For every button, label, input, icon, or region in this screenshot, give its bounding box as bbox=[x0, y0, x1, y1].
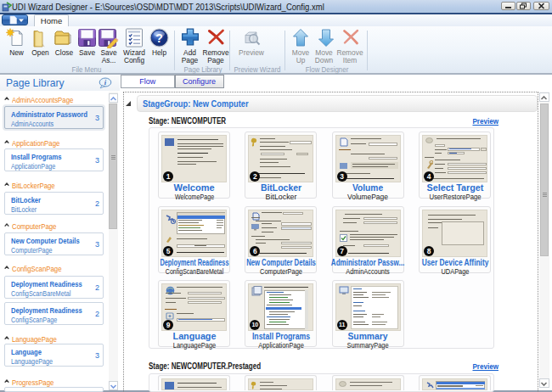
svg-text:?: ? bbox=[155, 31, 163, 45]
